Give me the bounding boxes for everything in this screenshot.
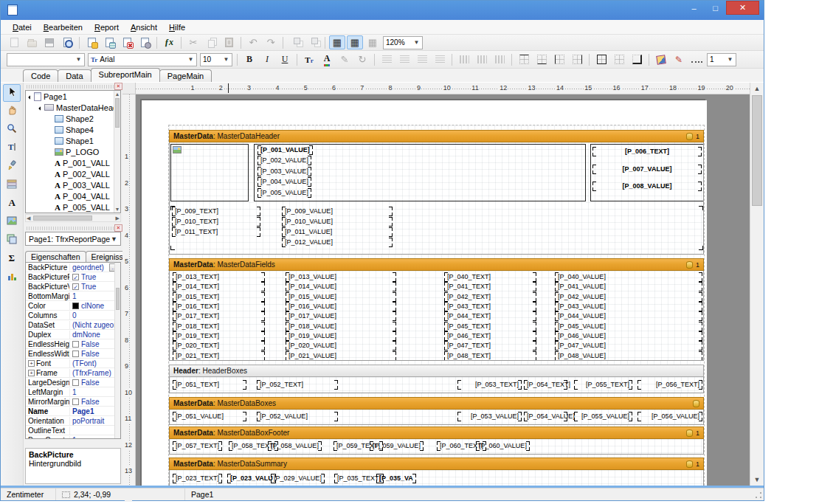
report-field[interactable]: [P_021_VALUE] — [286, 351, 396, 361]
property-value[interactable]: Page1 — [70, 407, 120, 415]
report-field[interactable]: [P_058_VALUE] — [268, 441, 322, 451]
report-field[interactable]: [P_046_VALUE] — [555, 331, 702, 341]
report-field[interactable]: [P_005_VALUE] — [258, 188, 311, 198]
property-value[interactable]: clNone — [70, 302, 120, 310]
property-row-endlessheigh[interactable]: EndlessHeighFalse — [26, 339, 120, 349]
zoom-select[interactable]: 120%▼ — [383, 36, 423, 49]
align-to-grid-icon[interactable]: ▦ — [347, 35, 363, 49]
new-dialog-page-icon[interactable] — [101, 35, 117, 49]
report-field[interactable]: [P_042_VALUE] — [555, 292, 702, 302]
report-field[interactable]: [P_016_TEXT] — [173, 302, 265, 311]
page-settings-icon[interactable] — [136, 35, 153, 49]
resize-grip[interactable] — [755, 491, 762, 499]
scroll-left-icon[interactable]: ◀ — [27, 215, 30, 221]
property-value[interactable]: 1 — [70, 436, 120, 440]
band-content-masterdataboxfooter[interactable]: [P_057_TEXT][P_058_TEXT][P_058_VALUE][P_… — [169, 439, 704, 455]
report-field[interactable]: [P_011_VALUE] — [282, 227, 393, 237]
property-value[interactable]: False — [70, 340, 120, 348]
tree-item-p_005_vall[interactable]: AP_005_VALL — [26, 201, 120, 213]
report-field[interactable]: [P_029_VALUE] — [271, 474, 325, 483]
property-row-color[interactable]: ColorclNone — [26, 301, 120, 311]
report-field[interactable]: [P_014_TEXT] — [173, 282, 265, 291]
expression-icon[interactable]: ƒx — [161, 35, 177, 49]
tree-item-p_003_vall[interactable]: AP_003_VALL — [26, 179, 120, 190]
property-value[interactable]: geordnet)… — [70, 263, 120, 272]
property-value[interactable]: 0 — [70, 311, 120, 320]
property-value[interactable]: ✓True — [70, 283, 120, 291]
property-value[interactable]: (Nicht zugeor — [70, 321, 120, 329]
tab-data[interactable]: Data — [58, 69, 91, 82]
frame-left-icon[interactable] — [551, 52, 567, 66]
report-field[interactable]: [P_009_VALUE] — [282, 207, 393, 216]
style-select[interactable]: ▼ — [7, 53, 85, 66]
property-value[interactable]: (TFont) — [70, 359, 120, 367]
report-field[interactable]: [P_023_VALU — [227, 474, 276, 483]
band-header-masterdataheader[interactable]: MasterData: MasterDataHeader1 — [169, 130, 704, 142]
underline-icon[interactable]: U — [277, 52, 293, 66]
scroll-up-icon[interactable]: ▲ — [750, 83, 764, 94]
picture-object-tool[interactable] — [3, 213, 21, 231]
report-field[interactable]: [P_020_TEXT] — [173, 341, 265, 351]
text-edit-tool[interactable]: T — [3, 139, 21, 157]
report-field[interactable]: [P_011_TEXT] — [172, 227, 260, 237]
subreport-object-tool[interactable] — [3, 232, 21, 249]
report-field[interactable]: [P_040_VALUE] — [555, 272, 702, 282]
tree-horizontal-scrollbar[interactable]: ◀▶ — [25, 214, 121, 222]
report-field[interactable]: [P_055_TEXT] — [574, 380, 632, 390]
tree-item-page1[interactable]: Page1 — [26, 91, 120, 102]
address-text-object[interactable]: [P_001_VALUE][P_002_VALUE][P_003_VALUE][… — [254, 144, 586, 201]
report-field[interactable]: [P_057_TEXT] — [173, 441, 222, 451]
maximize-button[interactable]: □ — [705, 1, 726, 15]
report-field[interactable]: [P_004_VALUE] — [258, 177, 311, 187]
report-field[interactable]: [P_010_VALUE] — [282, 217, 393, 227]
report-field[interactable]: [P_013_VALUE] — [286, 272, 396, 282]
text-style-icon[interactable]: Tr — [301, 52, 317, 66]
scroll-right-icon[interactable]: ▶ — [116, 215, 120, 221]
inspector-panel-grip[interactable]: ✕ — [27, 225, 122, 232]
checkbox-icon[interactable] — [72, 351, 79, 357]
report-field[interactable]: [P_001_VALUE] — [258, 145, 313, 155]
object-gallery-tool[interactable] — [3, 269, 21, 286]
workspace[interactable]: MasterData: MasterDataHeader1[P_001_VALU… — [136, 94, 750, 486]
tree-panel-close-icon[interactable]: ✕ — [114, 83, 122, 90]
frame-none-icon[interactable] — [611, 52, 627, 66]
logo-picture-object[interactable] — [170, 144, 249, 201]
zoom-tool[interactable] — [3, 121, 21, 139]
report-field[interactable]: [P_041_TEXT] — [444, 282, 536, 291]
report-field[interactable]: [P_018_VALUE] — [286, 322, 396, 331]
report-field[interactable]: [P_051_TEXT] — [173, 380, 246, 390]
tree-item-p_001_vall[interactable]: AP_001_VALL — [26, 157, 120, 168]
report-field[interactable]: [P_044_VALUE] — [555, 311, 702, 321]
menu-bearbeiten[interactable]: Bearbeiten — [38, 21, 89, 33]
report-field[interactable]: [P_018_TEXT] — [173, 322, 265, 331]
report-field[interactable]: [P_051_VALUE] — [173, 412, 246, 421]
property-row-duplex[interactable]: DuplexdmNone — [26, 330, 120, 339]
report-field[interactable]: [P_006_TEXT] — [592, 147, 702, 156]
expand-icon[interactable]: + — [28, 370, 35, 376]
property-value[interactable]: dmNone — [70, 331, 120, 339]
frame-all-icon[interactable] — [593, 52, 609, 66]
frame-right-icon[interactable] — [569, 52, 585, 66]
frame-edit-icon[interactable] — [629, 52, 645, 66]
tree-item-shape1[interactable]: Shape1 — [26, 135, 120, 146]
checkbox-icon[interactable]: ✓ — [72, 283, 79, 290]
report-field[interactable]: [P_059_VALUE] — [370, 441, 424, 451]
report-field[interactable]: [P_007_VALUE] — [592, 165, 702, 174]
report-field[interactable]: [P_048_TEXT] — [444, 351, 536, 361]
report-field[interactable]: [P_009_TEXT] — [172, 207, 260, 216]
tree-vertical-scrollbar[interactable]: ▲▼ — [114, 91, 120, 213]
minimize-button[interactable]: – — [683, 1, 705, 15]
tab-code[interactable]: Code — [23, 69, 58, 82]
report-field[interactable]: [P_017_TEXT] — [173, 311, 265, 321]
show-grid-icon[interactable]: ▦ — [329, 35, 345, 49]
property-row-pagecount[interactable]: PageCount1 — [26, 435, 120, 439]
menu-hilfe[interactable]: Hilfe — [163, 21, 191, 33]
property-row-columns[interactable]: Columns0 — [26, 311, 120, 320]
frame-style-icon[interactable] — [688, 52, 705, 66]
scroll-up-icon[interactable]: ▲ — [114, 91, 120, 97]
property-row-backpicturepr[interactable]: BackPicturePr✓True — [26, 272, 120, 282]
property-row-orientation[interactable]: OrientationpoPortrait — [26, 416, 120, 426]
band-content-masterdataboxes[interactable]: [P_051_VALUE][P_052_VALUE][P_053_VALUE][… — [169, 410, 704, 425]
report-field[interactable]: [P_045_VALUE] — [555, 322, 702, 331]
property-row-largedesignh[interactable]: LargeDesignHFalse — [26, 378, 120, 387]
